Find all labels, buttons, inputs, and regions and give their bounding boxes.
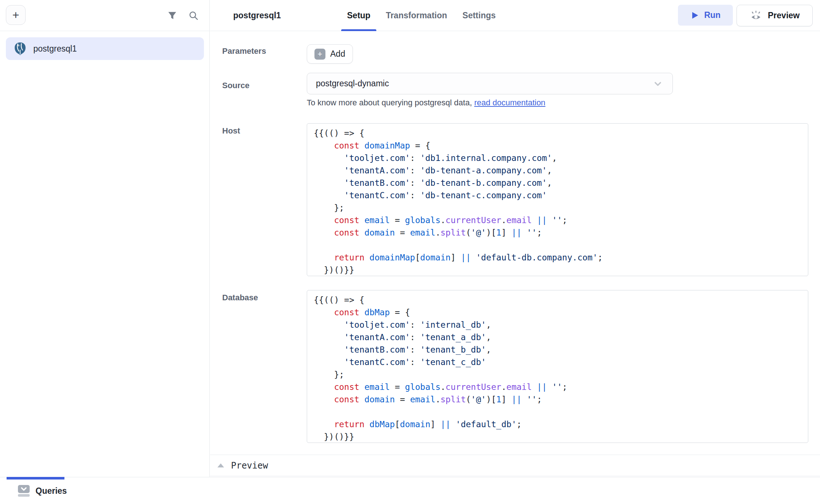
tab-transformation[interactable]: Transformation — [380, 0, 453, 31]
add-parameter-button[interactable]: + Add — [307, 44, 353, 64]
triangle-up-icon — [217, 463, 224, 467]
new-query-button[interactable]: + — [6, 5, 26, 25]
preview-section-toggle[interactable]: Preview — [210, 455, 820, 476]
code-line: return domainMap[domain] || 'default-db.… — [314, 251, 808, 264]
code-line: {{(() => { — [314, 127, 808, 139]
tab-setup[interactable]: Setup — [341, 0, 376, 31]
code-line: const email = globals.currentUser.email … — [314, 214, 808, 226]
filter-icon[interactable] — [167, 11, 177, 20]
code-line: }; — [314, 202, 808, 214]
code-line: {{(() => { — [314, 294, 808, 306]
code-line: 'tenantA.com': 'db-tenant-a.company.com'… — [314, 164, 808, 177]
source-select[interactable]: postgresql-dynamic — [307, 73, 673, 94]
tab-setup-label: Setup — [347, 11, 370, 20]
code-line: const dbMap = { — [314, 306, 808, 319]
editor-tabs: Setup Transformation Settings — [341, 0, 505, 31]
code-line: }; — [314, 368, 808, 381]
code-line: })()}} — [314, 430, 808, 443]
plus-icon: + — [12, 8, 19, 22]
query-title: postgresql1 — [233, 0, 281, 31]
query-editor-header: postgresql1 Setup Transformation Setting… — [210, 0, 820, 31]
eye-icon — [750, 10, 762, 22]
tab-settings-label: Settings — [462, 11, 496, 20]
queries-panel-label: Queries — [36, 486, 67, 496]
parameters-label: Parameters — [222, 46, 266, 56]
query-editor-main: postgresql1 Setup Transformation Setting… — [210, 0, 820, 477]
code-line: const domainMap = { — [314, 139, 808, 152]
host-code-editor[interactable]: {{(() => { const domainMap = { 'tooljet.… — [307, 123, 808, 276]
code-line: const domain = email.split('@')[1] || ''… — [314, 226, 808, 239]
active-tab-underline — [341, 29, 376, 31]
code-line: })()}} — [314, 264, 808, 276]
preview-button-label: Preview — [768, 11, 800, 20]
code-line: 'tenantB.com': 'db-tenant-b.company.com'… — [314, 177, 808, 189]
run-button-label: Run — [704, 10, 721, 20]
code-line — [314, 239, 808, 251]
query-list-sidebar: + postgresql1 — [0, 0, 210, 477]
code-line: 'tooljet.com': 'db1.internal.company.com… — [314, 152, 808, 164]
preview-section-label: Preview — [231, 460, 268, 471]
host-label: Host — [222, 126, 240, 136]
code-line: 'tenantC.com': 'tenant_c_db' — [314, 356, 808, 368]
tab-transformation-label: Transformation — [386, 11, 447, 20]
run-button[interactable]: Run — [678, 5, 733, 26]
source-label: Source — [222, 81, 250, 90]
queries-panel-toggle[interactable]: Queries — [18, 477, 67, 504]
bottom-panel-bar: Queries — [0, 477, 820, 504]
code-line: 'tooljet.com': 'internal_db', — [314, 319, 808, 331]
source-doc-hint: To know more about querying postgresql d… — [307, 98, 545, 108]
sidebar-header: + — [0, 0, 209, 31]
source-select-value: postgresql-dynamic — [316, 79, 652, 89]
code-line: 'tenantB.com': 'tenant_b_db', — [314, 343, 808, 356]
code-line: return dbMap[domain] || 'default_db'; — [314, 418, 808, 430]
code-line: const domain = email.split('@')[1] || ''… — [314, 393, 808, 406]
chevron-down-icon — [652, 78, 664, 90]
code-line: 'tenantA.com': 'tenant_a_db', — [314, 331, 808, 343]
database-label: Database — [222, 293, 258, 302]
postgresql-elephant-icon — [13, 42, 27, 56]
header-actions: Run Preview — [678, 5, 813, 26]
play-icon — [690, 11, 699, 20]
query-item-label: postgresql1 — [33, 44, 77, 54]
add-parameter-label: Add — [330, 49, 345, 59]
query-list-item-postgresql1[interactable]: postgresql1 — [6, 37, 204, 60]
code-line — [314, 406, 808, 418]
code-line: const email = globals.currentUser.email … — [314, 381, 808, 393]
doc-hint-text: To know more about querying postgresql d… — [307, 98, 474, 107]
read-documentation-link[interactable]: read documentation — [474, 98, 545, 107]
search-icon[interactable] — [189, 11, 198, 20]
panel-collapse-icon — [18, 485, 30, 497]
code-line: 'tenantC.com': 'db-tenant-c.company.com' — [314, 189, 808, 202]
tab-settings[interactable]: Settings — [456, 0, 502, 31]
plus-square-icon: + — [314, 49, 325, 60]
database-code-editor[interactable]: {{(() => { const dbMap = { 'tooljet.com'… — [307, 290, 808, 443]
preview-button[interactable]: Preview — [737, 5, 813, 26]
